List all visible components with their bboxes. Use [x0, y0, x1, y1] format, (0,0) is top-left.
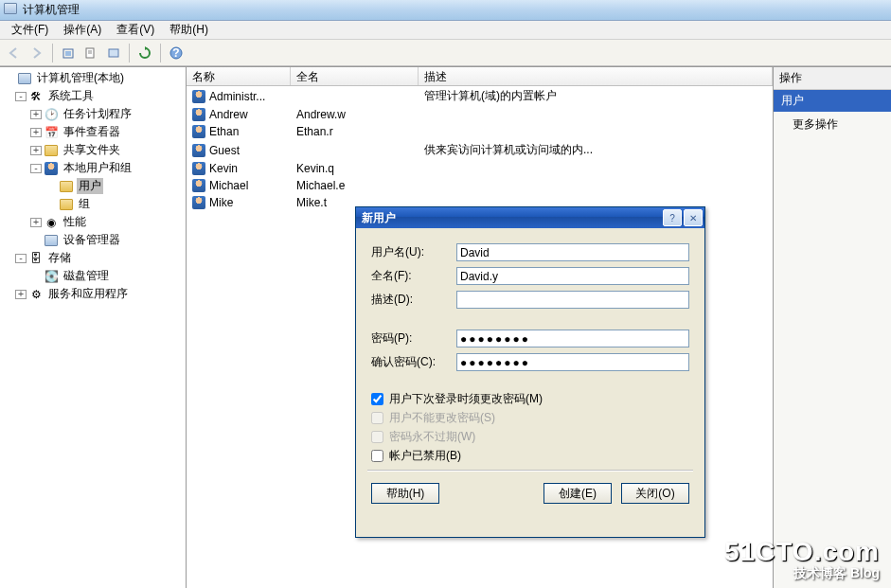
expand-icon[interactable]: +	[30, 146, 42, 155]
tree-task-scheduler[interactable]: +🕑任务计划程序	[2, 105, 184, 123]
list-item[interactable]: AndrewAndrew.w	[187, 106, 773, 123]
dialog-help-button[interactable]: ?	[663, 209, 682, 226]
dialog-help-btn[interactable]: 帮助(H)	[371, 483, 439, 504]
tree-users[interactable]: 用户	[2, 177, 184, 195]
list-item[interactable]: MichaelMichael.e	[187, 177, 773, 194]
user-fullname: Andrew.w	[296, 108, 346, 121]
tree-services[interactable]: +⚙服务和应用程序	[2, 285, 184, 303]
list-item[interactable]: Administr...管理计算机(域)的内置帐户	[187, 86, 773, 106]
menu-action[interactable]: 操作(A)	[56, 20, 109, 40]
tree-event-viewer[interactable]: +📅事件查看器	[2, 123, 184, 141]
tools-icon: 🛠	[28, 89, 44, 104]
collapse-icon[interactable]: -	[30, 164, 42, 173]
dialog-create-btn[interactable]: 创建(E)	[544, 483, 612, 504]
list-item[interactable]: KevinKevin.q	[187, 160, 773, 177]
col-fullname[interactable]: 全名	[291, 67, 419, 85]
fullname-label: 全名(F):	[371, 268, 456, 284]
up-button[interactable]	[58, 43, 79, 63]
user-icon	[192, 179, 205, 192]
perf-icon: ◉	[44, 215, 59, 230]
nav-back-button	[4, 43, 25, 63]
storage-icon: 🗄	[28, 251, 44, 266]
refresh-button[interactable]	[134, 43, 155, 63]
dialog-titlebar[interactable]: 新用户 ? ✕	[356, 207, 704, 228]
tree-local-users[interactable]: -本地用户和组	[2, 159, 184, 177]
menu-file[interactable]: 文件(F)	[4, 20, 56, 40]
export-button[interactable]	[103, 43, 124, 63]
user-name: Guest	[209, 144, 240, 157]
tree-shared-folders[interactable]: +共享文件夹	[2, 141, 184, 159]
menu-view[interactable]: 查看(V)	[109, 20, 162, 40]
expand-icon[interactable]: +	[30, 128, 42, 137]
toolbar-separator	[160, 44, 161, 62]
chk-disabled-row[interactable]: 帐户已禁用(B)	[371, 448, 689, 464]
user-name: Kevin	[209, 162, 238, 175]
collapse-icon[interactable]: -	[15, 92, 27, 101]
svg-rect-1	[65, 51, 71, 56]
dialog-close-button[interactable]: ✕	[684, 209, 703, 226]
fullname-input[interactable]	[456, 267, 689, 285]
user-name: Andrew	[209, 108, 248, 121]
user-name: Michael	[209, 179, 248, 192]
users-icon	[44, 161, 59, 176]
collapse-icon[interactable]: -	[15, 254, 27, 263]
chk-must-change-row[interactable]: 用户下次登录时须更改密码(M)	[371, 391, 689, 407]
dialog-body: 用户名(U): 全名(F): 描述(D): 密码(P): 确认密码(C): 用户…	[356, 228, 704, 519]
dialog-title: 新用户	[358, 210, 661, 226]
properties-button[interactable]	[80, 43, 101, 63]
toolbar-separator	[52, 44, 53, 62]
tree-storage[interactable]: -🗄存储	[2, 249, 184, 267]
tree-systools[interactable]: -🛠系统工具	[2, 87, 184, 105]
shared-folder-icon	[44, 143, 59, 158]
tree-groups[interactable]: 组	[2, 195, 184, 213]
user-icon	[192, 125, 205, 138]
chk-cannot-change-row: 用户不能更改密码(S)	[371, 410, 689, 426]
tree-devmgr[interactable]: 设备管理器	[2, 231, 184, 249]
event-icon: 📅	[44, 125, 59, 140]
desc-input[interactable]	[456, 291, 689, 309]
user-name: Ethan	[209, 125, 239, 138]
tree-panel[interactable]: 计算机管理(本地) -🛠系统工具 +🕑任务计划程序 +📅事件查看器 +共享文件夹…	[0, 67, 187, 588]
desc-label: 描述(D):	[371, 292, 456, 308]
actions-selection: 用户	[774, 90, 891, 112]
expand-icon[interactable]: +	[15, 290, 27, 299]
user-desc: 管理计算机(域)的内置帐户	[424, 88, 557, 104]
window-titlebar: 计算机管理	[0, 0, 891, 21]
menu-help[interactable]: 帮助(H)	[162, 20, 216, 40]
tree-diskmgr[interactable]: 💽磁盘管理	[2, 267, 184, 285]
user-fullname: Michael.e	[296, 179, 345, 192]
user-icon	[192, 196, 205, 209]
window-title: 计算机管理	[23, 2, 80, 18]
user-icon	[192, 144, 205, 157]
folder-icon	[59, 179, 74, 194]
username-input[interactable]	[456, 243, 689, 261]
confirm-password-input[interactable]	[456, 353, 689, 371]
col-name[interactable]: 名称	[187, 67, 291, 85]
user-fullname: Ethan.r	[296, 125, 333, 138]
confirm-password-label: 确认密码(C):	[371, 354, 456, 370]
col-desc[interactable]: 描述	[419, 67, 773, 85]
chk-must-change[interactable]	[371, 393, 383, 405]
dialog-separator	[367, 470, 693, 472]
help-button[interactable]: ?	[166, 43, 187, 63]
new-user-dialog: 新用户 ? ✕ 用户名(U): 全名(F): 描述(D): 密码(P): 确认密…	[355, 206, 705, 538]
chk-never-expire	[371, 431, 383, 443]
disk-icon: 💽	[44, 269, 59, 284]
password-input[interactable]	[456, 330, 689, 347]
actions-more[interactable]: 更多操作	[774, 112, 891, 137]
expand-icon[interactable]: +	[30, 218, 42, 227]
app-icon	[4, 3, 19, 18]
list-item[interactable]: EthanEthan.r	[187, 123, 773, 140]
user-icon	[192, 108, 205, 121]
user-name: Administr...	[209, 90, 265, 103]
tree-root[interactable]: 计算机管理(本地)	[2, 69, 184, 87]
dialog-close-btn[interactable]: 关闭(O)	[621, 483, 689, 504]
expand-icon[interactable]: +	[30, 110, 42, 119]
svg-text:?: ?	[172, 46, 179, 60]
chk-disabled[interactable]	[371, 450, 383, 462]
user-icon	[192, 90, 205, 103]
list-item[interactable]: Guest供来宾访问计算机或访问域的内...	[187, 140, 773, 160]
computer-icon	[17, 71, 32, 86]
device-icon	[44, 233, 59, 248]
tree-performance[interactable]: +◉性能	[2, 213, 184, 231]
